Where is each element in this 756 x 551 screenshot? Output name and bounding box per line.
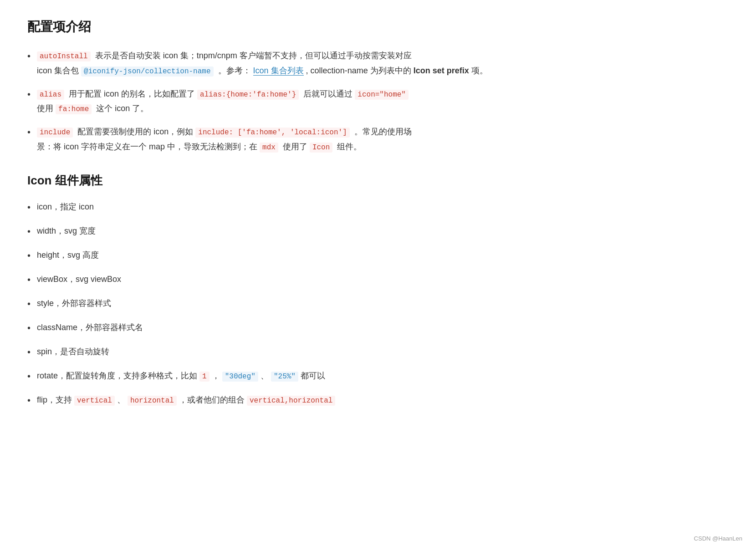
autoinstall-content: autoInstall 表示是否自动安装 icon 集；tnpm/cnpm 客户… xyxy=(37,48,729,78)
code-rotate-30deg: "30deg" xyxy=(222,372,258,382)
alias-text2: 后就可以通过 xyxy=(301,89,355,98)
include-text4: 使用了 xyxy=(281,142,310,151)
prop-classname-content: className，外部容器样式名 xyxy=(37,320,729,335)
bullet-p3: • xyxy=(27,248,31,264)
autoinstall-text2: icon 集合包 xyxy=(37,66,81,75)
prop-rotate-sep1: ， xyxy=(212,371,220,380)
list-item-viewbox-prop: • viewBox，svg viewBox xyxy=(27,272,729,288)
bullet-p1: • xyxy=(27,199,31,215)
list-item-include: • include 配置需要强制使用的 icon，例如 include: ['f… xyxy=(27,124,729,154)
alias-text1: 用于配置 icon 的别名，比如配置了 xyxy=(66,89,197,98)
prop-style-text: style，外部容器样式 xyxy=(37,299,111,308)
component-props-list: • icon，指定 icon • width，svg 宽度 • height，s… xyxy=(27,199,729,408)
code-iconify-json: @iconify-json/collection-name xyxy=(81,66,213,77)
bullet-p8: • xyxy=(27,368,31,384)
prop-viewbox-text: viewBox，svg viewBox xyxy=(37,275,121,284)
autoinstall-text4: , collection-name 为列表中的 Icon set prefix … xyxy=(306,66,488,75)
list-item-alias: • alias 用于配置 icon 的别名，比如配置了 alias:{home:… xyxy=(27,87,729,117)
list-item-spin-prop: • spin，是否自动旋转 xyxy=(27,344,729,360)
include-text5: 组件。 xyxy=(335,142,362,151)
prop-flip-sep1: 、 xyxy=(117,395,125,404)
bullet3: • xyxy=(27,124,31,140)
bullet: • xyxy=(27,48,31,64)
prop-rotate-content: rotate，配置旋转角度，支持多种格式，比如 1 ， "30deg" 、 "2… xyxy=(37,368,729,383)
include-text3: 景：将 icon 字符串定义在一个 map 中，导致无法检测到；在 xyxy=(37,142,260,151)
include-content: include 配置需要强制使用的 icon，例如 include: ['fa:… xyxy=(37,124,729,154)
code-autoinstall: autoInstall xyxy=(37,51,91,61)
code-include-example: include: ['fa:home', 'local:icon'] xyxy=(195,128,349,138)
prop-classname-text: className，外部容器样式名 xyxy=(37,323,143,332)
prop-width-text: width，svg 宽度 xyxy=(37,226,96,235)
list-item-autoinstall: • autoInstall 表示是否自动安装 icon 集；tnpm/cnpm … xyxy=(27,48,729,78)
bullet-p2: • xyxy=(27,224,31,240)
list-item-rotate-prop: • rotate，配置旋转角度，支持多种格式，比如 1 ， "30deg" 、 … xyxy=(27,368,729,384)
list-item-height-prop: • height，svg 高度 xyxy=(27,248,729,264)
code-Icon: Icon xyxy=(310,143,332,153)
code-alias: alias xyxy=(37,90,64,100)
prop-rotate-sep2: 、 xyxy=(261,371,269,380)
alias-text3: 使用 xyxy=(37,104,56,113)
prop-flip-content: flip，支持 vertical 、 horizontal ，或者他们的组合 v… xyxy=(37,393,729,408)
alias-text4: 这个 icon 了。 xyxy=(94,104,148,113)
code-rotate-25pct: "25%" xyxy=(271,372,298,382)
config-items-list: • autoInstall 表示是否自动安装 icon 集；tnpm/cnpm … xyxy=(27,48,729,154)
icon-collection-link[interactable]: Icon 集合列表 xyxy=(253,66,304,76)
prop-icon-content: icon，指定 icon xyxy=(37,199,729,214)
code-mdx: mdx xyxy=(260,143,278,153)
bullet-p9: • xyxy=(27,393,31,408)
prop-spin-content: spin，是否自动旋转 xyxy=(37,344,729,359)
prop-height-content: height，svg 高度 xyxy=(37,248,729,262)
page-title: 配置项介绍 xyxy=(27,18,729,36)
prop-viewbox-content: viewBox，svg viewBox xyxy=(37,272,729,286)
code-flip-combined: vertical,horizontal xyxy=(247,396,335,406)
list-item-flip-prop: • flip，支持 vertical 、 horizontal ，或者他们的组合… xyxy=(27,393,729,408)
alias-content: alias 用于配置 icon 的别名，比如配置了 alias:{home:'f… xyxy=(37,87,729,117)
bullet-p4: • xyxy=(27,272,31,288)
prop-flip-text1: flip，支持 xyxy=(37,395,74,404)
prop-style-content: style，外部容器样式 xyxy=(37,296,729,311)
list-item-width-prop: • width，svg 宽度 xyxy=(27,224,729,240)
list-item-icon-prop: • icon，指定 icon xyxy=(27,199,729,215)
code-alias-example: alias:{home:'fa:home'} xyxy=(197,90,299,100)
prop-spin-text: spin，是否自动旋转 xyxy=(37,347,109,356)
list-item-style-prop: • style，外部容器样式 xyxy=(27,296,729,312)
prop-icon-text: icon，指定 icon xyxy=(37,202,94,211)
code-flip-vertical: vertical xyxy=(74,396,115,406)
code-rotate-1: 1 xyxy=(199,372,209,382)
autoinstall-text3: 。参考： xyxy=(216,66,251,75)
section2-title: Icon 组件属性 xyxy=(27,173,729,189)
list-item-classname-prop: • className，外部容器样式名 xyxy=(27,320,729,336)
code-icon-home: icon="home" xyxy=(355,90,409,100)
bullet-p5: • xyxy=(27,296,31,312)
prop-rotate-text2: 都可以 xyxy=(301,371,325,380)
bullet2: • xyxy=(27,87,31,102)
include-text2: 。常见的使用场 xyxy=(352,127,412,136)
bullet-p6: • xyxy=(27,320,31,336)
code-fa-home: fa:home xyxy=(56,104,92,114)
include-text1: 配置需要强制使用的 icon，例如 xyxy=(75,127,195,136)
code-flip-horizontal: horizontal xyxy=(128,396,177,406)
prop-flip-text2: ，或者他们的组合 xyxy=(179,395,247,404)
prop-rotate-text1: rotate，配置旋转角度，支持多种格式，比如 xyxy=(37,371,199,380)
autoinstall-text1: 表示是否自动安装 icon 集；tnpm/cnpm 客户端暂不支持，但可以通过手… xyxy=(93,51,412,60)
code-include: include xyxy=(37,128,73,138)
bullet-p7: • xyxy=(27,344,31,360)
prop-height-text: height，svg 高度 xyxy=(37,250,99,260)
prop-width-content: width，svg 宽度 xyxy=(37,224,729,238)
